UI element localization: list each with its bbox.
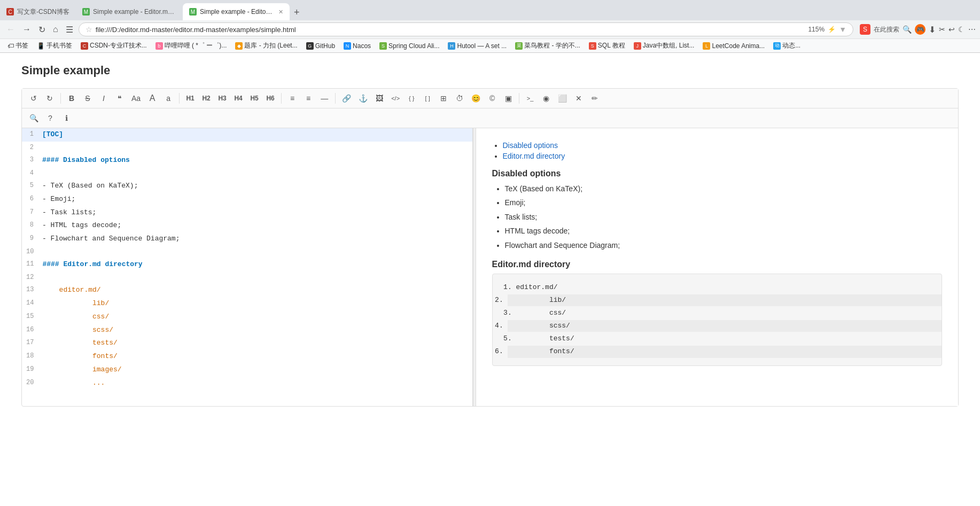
line-content[interactable]: [38, 142, 472, 144]
ext-download-icon[interactable]: ⬇: [929, 25, 936, 35]
line-content[interactable]: editor.md/: [38, 284, 472, 297]
bookmark-lcanim[interactable]: L LeetCode Anima...: [699, 41, 768, 51]
toolbar-h2-button[interactable]: H2: [199, 91, 214, 106]
tab-csdn[interactable]: C 写文章-CSDN博客: [0, 3, 76, 20]
bookmark-mobile[interactable]: 📱 手机书签: [34, 40, 75, 51]
ext-scissors-icon[interactable]: ✂: [939, 25, 945, 34]
toolbar-h5-button[interactable]: H5: [247, 91, 262, 106]
code-line: 16 scss/: [22, 324, 472, 337]
back-button[interactable]: ←: [4, 24, 17, 35]
line-content[interactable]: #### Editor.md directory: [38, 258, 472, 271]
bookmark-tags[interactable]: 🏷 书签: [4, 40, 32, 51]
toolbar-datetime-button[interactable]: ⏱: [452, 91, 467, 106]
toolbar-cap-button[interactable]: A: [145, 91, 160, 106]
tab-editor3[interactable]: M Simple example - Editor.md exam... ✕: [183, 3, 290, 20]
toolbar-quote-button[interactable]: ❝: [112, 91, 127, 106]
line-content[interactable]: - HTML tags decode;: [38, 219, 472, 232]
ext-more-icon[interactable]: ⋯: [968, 25, 976, 34]
toolbar-preview-button[interactable]: ◉: [539, 91, 554, 106]
ext-back-icon[interactable]: ↩: [948, 25, 955, 34]
editor-preview-pane: Disabled options Editor.md directory Dis…: [476, 128, 959, 406]
bookmark-github[interactable]: G GitHub: [303, 41, 338, 51]
bookmark-sql[interactable]: S SQL 教程: [586, 40, 628, 51]
ext-search-icon[interactable]: S: [860, 24, 870, 35]
line-content[interactable]: scss/: [38, 324, 472, 337]
toolbar-htmlentity-button[interactable]: ©: [485, 91, 500, 106]
toolbar-fullscreen-button[interactable]: ⬜: [555, 91, 570, 106]
toolbar-h1-button[interactable]: H1: [183, 91, 198, 106]
toolbar-info-button[interactable]: ℹ: [59, 111, 74, 126]
line-content[interactable]: [38, 271, 472, 274]
toolbar-ul-button[interactable]: ≡: [285, 91, 300, 106]
line-content[interactable]: - Flowchart and Sequence Diagram;: [38, 232, 472, 246]
toolbar-link-button[interactable]: 🔗: [339, 91, 354, 106]
line-content[interactable]: ...: [38, 377, 472, 390]
line-content[interactable]: - Task lists;: [38, 206, 472, 220]
toolbar-search-button[interactable]: 🔍: [26, 111, 42, 126]
tab-editor2[interactable]: M Simple example - Editor.md exam...: [76, 3, 183, 20]
toc-link-disabled[interactable]: Disabled options: [503, 141, 558, 150]
forward-button[interactable]: →: [20, 24, 33, 35]
ext-moon-icon[interactable]: ☾: [958, 25, 965, 34]
bookmark-csdn[interactable]: C CSDN-专业IT技术...: [77, 40, 150, 51]
toolbar-strike-button[interactable]: S: [80, 91, 95, 106]
toolbar-anchor-button[interactable]: ⚓: [355, 91, 371, 106]
star-icon[interactable]: ☆: [85, 25, 92, 34]
toolbar-h3-button[interactable]: H3: [215, 91, 230, 106]
bookmark-spring[interactable]: S Spring Cloud Ali...: [376, 41, 442, 51]
bookmark-runoob[interactable]: 菜 菜鸟教程 - 学的不...: [512, 40, 584, 51]
line-content[interactable]: - TeX (Based on KaTeX);: [38, 180, 472, 193]
line-content[interactable]: fonts/: [38, 350, 472, 363]
new-tab-button[interactable]: +: [290, 5, 304, 20]
bookmark-bilibili[interactable]: b 哔哩哔哩 ( *゜ ー゜)...: [152, 40, 230, 51]
toolbar-ol-button[interactable]: ≡: [301, 91, 316, 106]
toolbar-readmore-button[interactable]: ▣: [501, 91, 516, 106]
toolbar-help-button[interactable]: ?: [43, 111, 58, 126]
reload-button[interactable]: ↻: [36, 24, 48, 36]
line-content[interactable]: images/: [38, 363, 472, 377]
bookmark-nacos[interactable]: N Nacos: [340, 41, 374, 51]
line-content[interactable]: [38, 246, 472, 248]
code-editor[interactable]: 1[TOC]23#### Disabled options45- TeX (Ba…: [22, 128, 472, 390]
toolbar-preformat-button[interactable]: [ ]: [420, 91, 435, 106]
toolbar-emoji-button[interactable]: 😊: [468, 91, 484, 106]
toolbar-h6-button[interactable]: H6: [263, 91, 278, 106]
toolbar-terminal-button[interactable]: >_: [523, 91, 538, 106]
line-content[interactable]: - Emoji;: [38, 193, 472, 206]
toolbar-image-button[interactable]: 🖼: [372, 91, 387, 106]
line-content[interactable]: [38, 167, 472, 169]
toolbar-h4-button[interactable]: H4: [231, 91, 246, 106]
code-list-item: editor.md/: [516, 282, 934, 293]
home-button[interactable]: ⌂: [51, 24, 60, 35]
bookmark-button[interactable]: ☰: [64, 24, 75, 36]
ext-search-btn[interactable]: 🔍: [903, 25, 912, 34]
toolbar-hr-button[interactable]: —: [317, 91, 332, 106]
toolbar-code-button[interactable]: </>: [388, 91, 403, 106]
toolbar-codeblock-button[interactable]: { }: [404, 91, 419, 106]
line-content[interactable]: lib/: [38, 297, 472, 310]
ext-gamepad-icon[interactable]: 🎮: [915, 24, 925, 35]
toolbar-table-button[interactable]: ⊞: [436, 91, 451, 106]
toolbar-redo-button[interactable]: ↻: [42, 91, 57, 106]
bookmark-hutool-label: Hutool — A set ...: [457, 42, 507, 50]
dropdown-icon[interactable]: ▼: [839, 25, 846, 34]
line-content[interactable]: tests/: [38, 337, 472, 350]
bookmark-hutool[interactable]: H Hutool — A set ...: [445, 41, 510, 51]
toolbar-edit-button[interactable]: ✏: [587, 91, 602, 106]
toc-link-editormd[interactable]: Editor.md directory: [503, 152, 565, 160]
address-input[interactable]: [96, 26, 805, 34]
line-content[interactable]: [TOC]: [38, 128, 472, 142]
toolbar-lower-button[interactable]: a: [161, 91, 176, 106]
editor-left-pane[interactable]: 1[TOC]23#### Disabled options45- TeX (Ba…: [22, 128, 473, 406]
line-content[interactable]: css/: [38, 310, 472, 324]
toolbar-expand-button[interactable]: ✕: [571, 91, 586, 106]
toolbar-bold-button[interactable]: B: [64, 91, 79, 106]
toolbar-italic-button[interactable]: I: [96, 91, 111, 106]
line-content[interactable]: #### Disabled options: [38, 154, 472, 167]
toolbar-undo-button[interactable]: ↺: [26, 91, 41, 106]
bookmark-leetcode[interactable]: ◆ 题库 - 力扣 (Leet...: [232, 40, 300, 51]
bookmark-dynamic[interactable]: 动 动态...: [770, 40, 804, 51]
toolbar-uppercase-button[interactable]: Aa: [128, 91, 144, 106]
bookmark-java[interactable]: J Java中数组, List...: [631, 40, 698, 51]
tab-close-icon[interactable]: ✕: [278, 9, 283, 15]
